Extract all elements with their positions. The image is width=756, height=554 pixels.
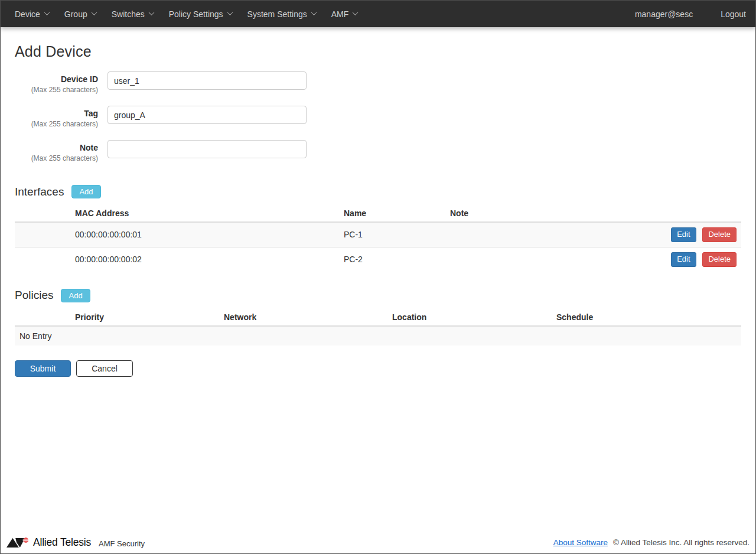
- logout-button[interactable]: Logout: [721, 9, 746, 19]
- chevron-down-icon: [44, 9, 50, 15]
- spacer-column: [15, 309, 70, 326]
- nav-item-device[interactable]: Device: [7, 1, 57, 27]
- interfaces-table: MAC Address Name Note 00:00:00:00:00:01 …: [15, 205, 741, 272]
- chevron-down-icon: [91, 9, 97, 15]
- chevron-down-icon: [311, 9, 317, 15]
- chevron-down-icon: [227, 9, 233, 15]
- nav-right: manager@sesc Logout: [635, 1, 755, 27]
- interfaces-header-row: MAC Address Name Note: [15, 205, 741, 222]
- form-row-tag: Tag (Max 255 characters): [15, 106, 741, 129]
- name-cell: PC-1: [339, 222, 445, 247]
- row-actions: Edit Delete: [653, 222, 741, 247]
- table-row: 00:00:00:00:00:02 PC-2 Edit Delete: [15, 247, 741, 271]
- col-actions: [653, 205, 741, 222]
- tag-label: Tag: [15, 109, 98, 119]
- table-row: 00:00:00:00:00:01 PC-1 Edit Delete: [15, 222, 741, 247]
- nav-item-label: Policy Settings: [169, 9, 223, 19]
- brand: Allied Telesis AMF Security: [6, 536, 145, 549]
- form-row-note: Note (Max 255 characters): [15, 140, 741, 163]
- submit-button[interactable]: Submit: [15, 360, 71, 377]
- device-id-input[interactable]: [107, 71, 307, 90]
- footer-right: About Software © Allied Telesis Inc. All…: [553, 538, 750, 547]
- interfaces-section-header: Interfaces Add: [15, 185, 741, 198]
- cancel-button[interactable]: Cancel: [76, 360, 133, 377]
- no-entry-text: No Entry: [15, 326, 741, 346]
- logged-in-user: manager@sesc: [635, 9, 693, 19]
- spacer-cell: [15, 247, 70, 271]
- col-schedule: Schedule: [552, 309, 741, 326]
- col-network: Network: [219, 309, 387, 326]
- edit-button[interactable]: Edit: [671, 227, 696, 242]
- nav-item-group[interactable]: Group: [57, 1, 104, 27]
- tag-label-group: Tag (Max 255 characters): [15, 106, 98, 129]
- product-name: AMF Security: [99, 539, 145, 548]
- note-cell: [445, 247, 653, 271]
- nav-menu: Device Group Switches Policy Settings Sy…: [1, 1, 365, 27]
- mac-address-cell: 00:00:00:00:00:02: [70, 247, 339, 271]
- nav-item-label: Group: [64, 9, 87, 19]
- interfaces-add-button[interactable]: Add: [71, 185, 100, 198]
- chevron-down-icon: [148, 9, 154, 15]
- form-actions: Submit Cancel: [15, 360, 741, 377]
- about-software-link[interactable]: About Software: [553, 538, 608, 547]
- interfaces-heading: Interfaces: [15, 185, 64, 198]
- empty-row: No Entry: [15, 326, 741, 346]
- mac-address-cell: 00:00:00:00:00:01: [70, 222, 339, 247]
- spacer-cell: [15, 222, 70, 247]
- edit-button[interactable]: Edit: [671, 252, 696, 267]
- page-footer: Allied Telesis AMF Security About Softwa…: [1, 533, 755, 553]
- top-navbar: Device Group Switches Policy Settings Sy…: [1, 1, 755, 27]
- page-title: Add Device: [15, 43, 741, 60]
- app-window: Device Group Switches Policy Settings Sy…: [0, 0, 756, 554]
- note-label: Note: [15, 143, 98, 153]
- tag-hint: (Max 255 characters): [15, 120, 98, 129]
- note-label-group: Note (Max 255 characters): [15, 140, 98, 163]
- device-id-hint: (Max 255 characters): [15, 86, 98, 94]
- col-priority: Priority: [70, 309, 219, 326]
- tag-input[interactable]: [107, 106, 307, 124]
- add-device-form: Device ID (Max 255 characters) Tag (Max …: [15, 71, 741, 163]
- nav-item-policy-settings[interactable]: Policy Settings: [161, 1, 240, 27]
- device-id-label: Device ID: [15, 74, 98, 84]
- name-cell: PC-2: [339, 247, 445, 271]
- spacer-column: [15, 205, 70, 222]
- nav-item-amf[interactable]: AMF: [324, 1, 366, 27]
- note-input[interactable]: [107, 140, 307, 158]
- chevron-down-icon: [353, 9, 359, 15]
- nav-item-label: Switches: [112, 9, 145, 19]
- col-location: Location: [387, 309, 552, 326]
- nav-item-label: AMF: [331, 9, 349, 19]
- main-content: Add Device Device ID (Max 255 characters…: [1, 27, 755, 533]
- policies-heading: Policies: [15, 289, 53, 302]
- nav-item-label: System Settings: [247, 9, 307, 19]
- row-actions: Edit Delete: [653, 247, 741, 271]
- nav-item-switches[interactable]: Switches: [104, 1, 161, 27]
- allied-telesis-logo-icon: [6, 536, 29, 549]
- col-name: Name: [339, 205, 445, 222]
- nav-item-system-settings[interactable]: System Settings: [240, 1, 324, 27]
- policies-header-row: Priority Network Location Schedule: [15, 309, 741, 326]
- col-mac-address: MAC Address: [70, 205, 339, 222]
- nav-item-label: Device: [15, 9, 40, 19]
- delete-button[interactable]: Delete: [702, 227, 737, 242]
- col-note: Note: [445, 205, 653, 222]
- form-row-device-id: Device ID (Max 255 characters): [15, 71, 741, 94]
- note-cell: [445, 222, 653, 247]
- policies-table: Priority Network Location Schedule No En…: [15, 309, 741, 346]
- delete-button[interactable]: Delete: [702, 252, 737, 267]
- copyright-text: © Allied Telesis Inc. All rights reserve…: [613, 538, 750, 547]
- policies-section-header: Policies Add: [15, 289, 741, 302]
- policies-add-button[interactable]: Add: [61, 289, 90, 302]
- device-id-label-group: Device ID (Max 255 characters): [15, 71, 98, 94]
- brand-name: Allied Telesis: [33, 536, 91, 549]
- note-hint: (Max 255 characters): [15, 154, 98, 163]
